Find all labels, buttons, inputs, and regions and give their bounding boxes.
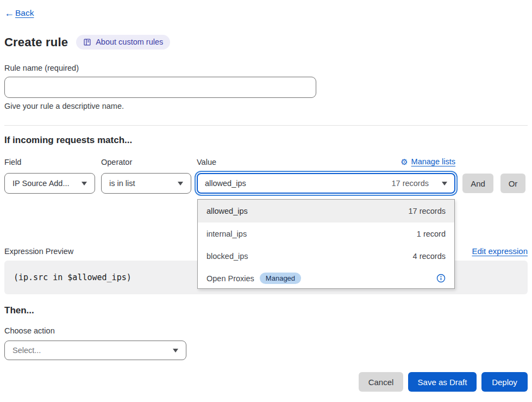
list-option-name: Open Proxies [206, 274, 254, 283]
chevron-down-icon [178, 182, 183, 185]
list-option-record-count: 17 records [408, 207, 446, 215]
rule-name-helper-text: Give your rule a descriptive name. [4, 102, 124, 110]
list-option-record-count: 4 records [413, 252, 446, 261]
chevron-down-icon [82, 182, 87, 185]
save-as-draft-button[interactable]: Save as Draft [408, 372, 477, 392]
list-option-record-count: 1 record [417, 230, 446, 238]
expression-preview-label: Expression Preview [4, 247, 73, 256]
field-select[interactable]: IP Source Add... [4, 173, 95, 194]
value-select-record-count: 17 records [391, 179, 429, 188]
back-arrow-icon: ← [4, 8, 14, 18]
action-select-placeholder: Select... [12, 346, 41, 355]
action-select[interactable]: Select... [4, 341, 186, 360]
operator-select-value: is in list [109, 179, 135, 188]
field-select-value: IP Source Add... [12, 179, 70, 188]
chevron-down-icon [173, 349, 178, 352]
book-icon [83, 38, 91, 46]
or-button[interactable]: Or [500, 174, 525, 193]
about-badge-label: About custom rules [96, 38, 163, 46]
operator-select[interactable]: is in list [101, 173, 191, 194]
list-dropdown-panel: allowed_ips 17 records internal_ips 1 re… [197, 199, 455, 289]
deploy-button[interactable]: Deploy [481, 372, 528, 392]
expression-code: (ip.src in $allowed_ips) [14, 273, 132, 282]
value-select-value: allowed_ips [205, 179, 246, 188]
rule-name-label: Rule name (required) [4, 64, 79, 72]
list-option-blocked-ips[interactable]: blocked_ips 4 records [198, 245, 454, 267]
back-link[interactable]: ← Back [4, 8, 34, 18]
choose-action-label: Choose action [4, 326, 55, 335]
manage-lists-link[interactable]: ⚙︎ Manage lists [400, 157, 455, 166]
chevron-down-icon [442, 182, 447, 185]
list-option-internal-ips[interactable]: internal_ips 1 record [198, 222, 454, 245]
match-section-heading: If incoming requests match... [4, 135, 132, 146]
section-divider [4, 125, 528, 126]
operator-label: Operator [101, 158, 132, 166]
page-title: Create rule [4, 35, 68, 50]
gear-icon: ⚙︎ [400, 158, 408, 166]
info-icon[interactable] [436, 274, 446, 283]
back-link-label: Back [15, 8, 34, 18]
manage-lists-label: Manage lists [411, 157, 455, 166]
then-section-heading: Then... [4, 305, 34, 316]
list-option-open-proxies[interactable]: Open Proxies Managed [198, 267, 454, 289]
list-option-name: internal_ips [206, 230, 247, 238]
value-label: Value [197, 158, 216, 166]
value-select[interactable]: allowed_ips 17 records [197, 173, 455, 194]
cancel-button[interactable]: Cancel [359, 372, 403, 392]
field-label: Field [4, 158, 21, 166]
list-option-name: blocked_ips [206, 252, 248, 261]
edit-expression-link[interactable]: Edit expression [472, 246, 528, 256]
managed-badge: Managed [260, 273, 301, 284]
about-custom-rules-badge[interactable]: About custom rules [76, 35, 170, 50]
and-button[interactable]: And [462, 174, 493, 193]
title-row: Create rule About custom rules [4, 35, 170, 50]
rule-name-input[interactable] [4, 77, 316, 98]
list-option-allowed-ips[interactable]: allowed_ips 17 records [198, 200, 454, 222]
list-option-name: allowed_ips [206, 207, 248, 215]
